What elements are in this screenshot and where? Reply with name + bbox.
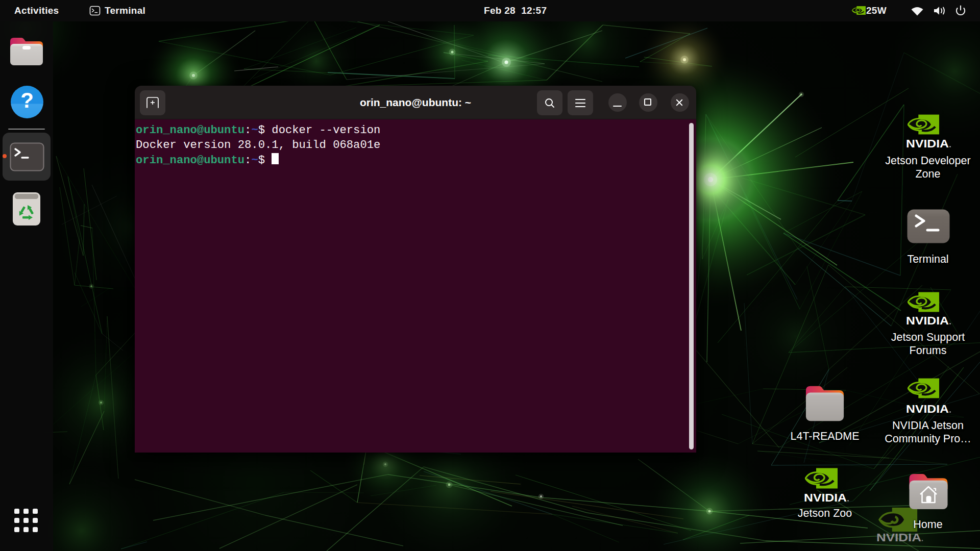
- svg-text:NVIDIA: NVIDIA: [804, 492, 847, 504]
- svg-text:?: ?: [20, 88, 34, 112]
- svg-text:NVIDIA: NVIDIA: [906, 315, 949, 327]
- svg-text:NVIDIA: NVIDIA: [906, 138, 949, 150]
- svg-text:NVIDIA: NVIDIA: [906, 403, 949, 415]
- svg-text:NVIDIA: NVIDIA: [876, 531, 921, 544]
